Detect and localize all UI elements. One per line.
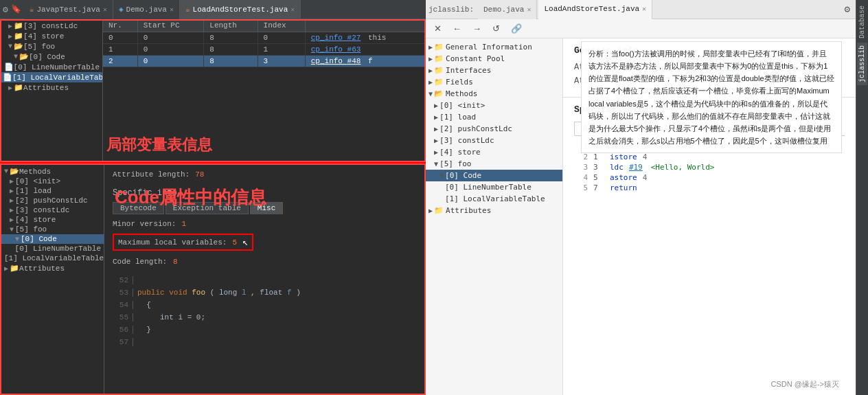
sidebar-tab-jclasslib[interactable]: jclasslib — [857, 43, 867, 85]
col-nr: Nr. — [103, 19, 137, 32]
right-tab-loadandstore[interactable]: LoadAndStoreTest.java ✕ — [538, 0, 652, 19]
max-local-key: Maximum local variables: — [118, 238, 227, 247]
btree-linenumber[interactable]: [0] LineNumberTable — [1, 244, 104, 253]
attr-length-row: Attribute length: 78 — [113, 170, 416, 179]
rtree-interfaces[interactable]: ▶ 📁 Interfaces — [426, 65, 562, 76]
tab-loadandstore-close[interactable]: ✕ — [290, 5, 295, 14]
ln-53: 53 — [113, 289, 133, 297]
far-right-sidebar: Database jclasslib — [856, 0, 868, 395]
settings-icon[interactable]: ⚙ — [3, 4, 8, 15]
btree-constldc[interactable]: ▶ [3] constLdc — [1, 205, 104, 215]
btree-localvar[interactable]: [1] LocalVariableTable — [1, 253, 104, 263]
table-row-selected[interactable]: 2 0 8 3 cp_info #48 f — [103, 56, 426, 67]
rtree-store[interactable]: ▶ [4] store — [426, 146, 562, 158]
btree-pushconstldc[interactable]: ▶ [2] pushConstLdc — [1, 196, 104, 205]
subtab-exception[interactable]: Exception table — [165, 202, 249, 214]
rtree-load[interactable]: ▶ [1] load — [426, 111, 562, 123]
right-tab-demo[interactable]: Demo.java ✕ — [478, 0, 537, 19]
link-btn[interactable]: 🔗 — [508, 22, 525, 35]
rtree-constldc[interactable]: ▶ [3] constLdc — [426, 135, 562, 146]
bc-arg-astore: 4 — [643, 173, 648, 182]
row1-index: 1 — [258, 44, 305, 56]
tab-demo[interactable]: ◈ Demo.java ✕ — [113, 0, 180, 19]
btree-foo[interactable]: ▼ [5] foo — [1, 225, 104, 234]
row0-link[interactable]: cp_info #27 this — [305, 32, 425, 44]
code-line-52: 52 — [113, 274, 416, 286]
rtree-linenumber[interactable]: [0] LineNumberTable — [426, 181, 562, 193]
rtree-ln-label: [0] LineNumberTable — [445, 183, 532, 192]
btree-load[interactable]: ▶ [1] load — [1, 186, 104, 196]
tab-demo-label: Demo.java — [126, 5, 167, 14]
type-int: int — [160, 313, 174, 321]
rtree-fields[interactable]: ▶ 📁 Fields — [426, 76, 562, 88]
tab-loadandstore[interactable]: ☕ LoadAndStoreTest.java ✕ — [180, 0, 301, 19]
btree-code[interactable]: ▼ [0] Code — [1, 234, 104, 244]
ln-55: 55 — [113, 313, 133, 321]
rtree-general[interactable]: ▶ 📁 General Information — [426, 41, 562, 53]
tab-javaptest[interactable]: ☕ JavapTest.java ✕ — [24, 0, 113, 19]
close-btn[interactable]: ✕ — [431, 22, 444, 35]
subtab-bytecode[interactable]: Bytecode — [113, 202, 164, 214]
arrow-constldc: ▶ — [8, 22, 12, 30]
rtree-iface-arrow: ▶ — [429, 67, 433, 74]
row2-cpinfo[interactable]: cp_info #48 — [311, 57, 361, 65]
lc-53: public void foo ( long l , float f — [137, 289, 301, 297]
kw-public: public — [137, 289, 165, 297]
col-startpc: Start PC — [137, 19, 204, 32]
sidebar-tab-database[interactable]: Database — [857, 3, 867, 41]
rtree-localvar[interactable]: [1] LocalVariableTable — [426, 193, 562, 205]
bookmark-icon[interactable]: 🔖 — [11, 4, 21, 14]
tree-constldc[interactable]: ▶ 📁 [3] constLdc — [0, 21, 102, 31]
tree-foo[interactable]: ▼ 📂 [5] foo — [0, 41, 102, 52]
loadandstore-icon: ☕ — [185, 5, 190, 14]
back-btn[interactable]: ← — [450, 22, 464, 35]
tree-attributes-top[interactable]: ▶ 📁 Attributes — [0, 82, 102, 93]
rtree-attrs[interactable]: ▶ 📁 Attributes — [426, 205, 562, 216]
tree-store[interactable]: ▶ 📁 [4] store — [0, 31, 102, 41]
cursor-icon: ↖ — [242, 236, 248, 248]
right-toolbar: ✕ ← → ↺ 🔗 — [426, 19, 856, 38]
btree-attrs[interactable]: ▶ 📁 Attributes — [1, 263, 104, 273]
row1-cpinfo[interactable]: cp_info #63 — [311, 45, 361, 54]
reload-btn[interactable]: ↺ — [490, 22, 503, 35]
rtree-constpool[interactable]: ▶ 📁 Constant Pool — [426, 53, 562, 65]
rtree-methods[interactable]: ▼ 📂 Methods — [426, 88, 562, 100]
folder-code: 📂 — [19, 52, 29, 61]
tree-code[interactable]: ▼ 📂 [0] Code — [0, 52, 102, 62]
right-tab-las-close[interactable]: ✕ — [642, 5, 646, 13]
folder-store: 📁 — [14, 32, 23, 41]
tree-foo-label: [5] foo — [23, 43, 55, 51]
rtree-iface-folder: 📁 — [434, 66, 444, 75]
table-row[interactable]: 1 0 8 1 cp_info #63 — [103, 44, 426, 56]
rtree-code[interactable]: ▼ [0] Code — [426, 170, 562, 181]
tree-localvariable-label: [1] LocalVariableTable — [12, 74, 103, 82]
right-tab-demo-close[interactable]: ✕ — [527, 5, 531, 14]
rtree-pushconstldc[interactable]: ▶ [2] pushConstLdc — [426, 123, 562, 135]
tab-javaptest-close[interactable]: ✕ — [103, 5, 107, 14]
btree-init[interactable]: ▶ [0] <init> — [1, 177, 104, 186]
attr-length-key: Attribute length: — [113, 170, 190, 179]
bc-arg-ldc-link[interactable]: #19 — [629, 163, 643, 172]
row1-link[interactable]: cp_info #63 — [305, 44, 425, 56]
btree-methods[interactable]: ▼ 📂 Methods — [1, 166, 104, 177]
btree-store[interactable]: ▶ [4] store — [1, 215, 104, 225]
subtab-misc[interactable]: Misc — [250, 202, 283, 214]
rtree-foo[interactable]: ▼ [5] foo — [426, 158, 562, 170]
row2-link[interactable]: cp_info #48 f — [305, 56, 425, 67]
rtree-methods-arrow: ▼ — [429, 90, 433, 98]
row0-cpinfo[interactable]: cp_info #27 — [311, 34, 361, 42]
tree-linenumber[interactable]: 📄 [0] LineNumberTable — [0, 62, 102, 72]
forward-btn[interactable]: → — [470, 22, 484, 35]
lc-55: int i = 0; — [137, 313, 205, 321]
settings-right-icon[interactable]: ⚙ — [845, 3, 850, 15]
rtree-init[interactable]: ▶ [0] <init> — [426, 100, 562, 111]
tab-demo-close[interactable]: ✕ — [170, 5, 174, 14]
table-row[interactable]: 0 0 8 0 cp_info #27 this — [103, 32, 426, 44]
bc-off-1: 1 — [593, 153, 604, 161]
row0-index: 0 — [258, 32, 305, 44]
ln-54: 54 — [113, 301, 133, 309]
btree-methods-folder: 📂 — [10, 167, 19, 176]
java-icon: ☕ — [30, 5, 34, 14]
tree-localvariable[interactable]: 📄 [1] LocalVariableTable — [0, 72, 102, 82]
rtree-cp-label: Constant Pool — [446, 54, 505, 63]
